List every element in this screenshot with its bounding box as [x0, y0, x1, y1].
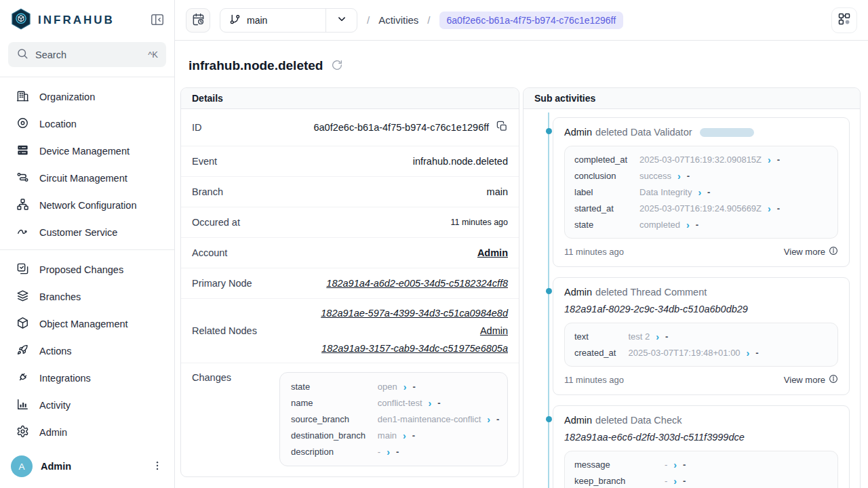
breadcrumb-separator: / — [367, 14, 370, 26]
sidebar-item-actions[interactable]: Actions — [0, 338, 174, 365]
change-old-value: - — [665, 460, 667, 470]
git-branch-icon — [229, 14, 241, 27]
change-new-value: - — [707, 187, 710, 197]
change-new-value: - — [412, 430, 415, 441]
sidebar-item-label: Integrations — [39, 373, 91, 384]
gear-icon — [16, 425, 29, 440]
related-node-link[interactable]: 182a91a9-3157-cab9-34dc-c51975e6805a — [321, 343, 508, 354]
branch-selector[interactable]: main — [220, 8, 357, 33]
change-key: created_at — [574, 348, 616, 358]
sidebar-item-customer-service[interactable]: Customer Service — [0, 219, 174, 246]
activity-changes-box: completed_at 2025-03-07T16:19:32.090815Z… — [564, 146, 838, 239]
view-more-button[interactable]: View more — [784, 246, 838, 258]
activity-changes-box: message -›- keep_branch -›- enriched_con… — [564, 451, 838, 488]
related-node-link[interactable]: Admin — [480, 325, 508, 336]
swoosh-icon — [16, 225, 29, 240]
change-old-value: completed — [639, 220, 680, 230]
kebab-icon — [151, 460, 163, 474]
change-new-value: - — [777, 155, 780, 165]
change-new-value: - — [696, 220, 698, 230]
change-arrow-icon: › — [429, 399, 432, 408]
sidebar-item-activity[interactable]: Activity — [0, 392, 174, 419]
detail-label: Account — [192, 247, 227, 258]
network-icon — [16, 198, 29, 213]
activity-node-id: 182a91aa-e6c6-d2fd-303d-c511f3999dce — [564, 432, 838, 443]
activity-actor: Admin — [564, 127, 592, 138]
branch-selector-toggle[interactable] — [326, 9, 357, 32]
detail-row-branch: Branch main — [181, 177, 519, 207]
detail-label: Related Nodes — [192, 325, 257, 336]
activity-actor: Admin — [564, 287, 592, 298]
sidebar-item-label: Circuit Management — [39, 173, 127, 184]
sidebar-item-label: Branches — [39, 291, 81, 302]
brand-name: INFRAHUB — [38, 14, 115, 27]
building-icon — [16, 89, 29, 104]
sidebar-user: A Admin — [0, 446, 174, 488]
avatar[interactable]: A — [11, 455, 33, 477]
change-old-value: Data Integrity — [639, 187, 692, 197]
sub-activity-card: Admin deleted Data Check 182a91aa-e6c6-d… — [553, 405, 850, 488]
infrahub-logo[interactable]: INFRAHUB — [9, 7, 115, 33]
copy-id-button[interactable] — [496, 121, 508, 134]
schema-graph-icon — [837, 12, 851, 28]
info-icon — [829, 246, 838, 258]
view-more-button[interactable]: View more — [784, 374, 838, 386]
page-title: infrahub.node.deleted — [189, 58, 323, 73]
server-icon — [16, 144, 29, 159]
breadcrumb-activities-link[interactable]: Activities — [378, 14, 418, 26]
sidebar-item-organization[interactable]: Organization — [0, 83, 174, 110]
sub-activities-body: Admin deleted Data Validator completed_a… — [524, 109, 860, 488]
sidebar-item-object-management[interactable]: Object Management — [0, 310, 174, 338]
schema-visualizer-button[interactable] — [831, 7, 857, 33]
change-arrow-icon: › — [673, 460, 677, 470]
sidebar-header: INFRAHUB — [0, 0, 174, 41]
user-menu-button[interactable] — [151, 460, 163, 474]
chevron-down-icon — [336, 13, 348, 28]
sidebar-item-branches[interactable]: Branches — [0, 283, 174, 310]
change-key: destination_branch — [291, 430, 366, 441]
sidebar-item-proposed-changes[interactable]: Proposed Changes — [0, 256, 174, 283]
change-arrow-icon: › — [487, 415, 490, 424]
detail-row-primary-node: Primary Node 182a91a4-a6d2-e005-34d5-c51… — [181, 268, 519, 299]
change-arrow-icon: › — [387, 447, 390, 457]
sidebar-item-circuit-management[interactable]: Circuit Management — [0, 165, 174, 192]
branch-selector-value: main — [220, 9, 326, 32]
change-new-value: - — [683, 460, 686, 470]
activity-node-id: 182a91af-8029-2c9c-34db-c510a6b0db29 — [564, 304, 838, 314]
activity-action: deleted Data Check — [595, 415, 682, 426]
breadcrumb-activity-id-badge[interactable]: 6a0f2e6c-b61a-4f75-b974-c76c1e1296ff — [439, 12, 624, 29]
account-link[interactable]: Admin — [477, 247, 508, 258]
change-arrow-icon: › — [403, 382, 407, 392]
activity-action: deleted Thread Comment — [595, 287, 707, 298]
activity-changes-box: text test 2›- created_at 2025-03-07T17:1… — [564, 323, 838, 367]
bar-chart-icon — [16, 398, 29, 413]
activity-actor: Admin — [564, 415, 592, 426]
search-input[interactable]: Search ^K — [8, 42, 166, 67]
date-picker-button[interactable] — [186, 8, 210, 33]
sidebar-collapse-button[interactable] — [150, 12, 165, 29]
refresh-button[interactable] — [331, 59, 343, 73]
change-old-value: test 2 — [628, 331, 650, 342]
info-icon — [829, 374, 838, 386]
search-placeholder: Search — [35, 49, 141, 60]
change-new-value: - — [412, 382, 415, 392]
cube-icon — [16, 317, 29, 331]
breadcrumb-separator: / — [427, 14, 430, 26]
change-old-value: - — [665, 476, 667, 486]
sidebar-item-device-management[interactable]: Device Management — [0, 138, 174, 165]
primary-node-link[interactable]: 182a91a4-a6d2-e005-34d5-c5182324cff8 — [326, 278, 508, 289]
change-new-value: - — [496, 414, 499, 424]
sub-activities-panel: Sub activities Admin deleted Data Valida… — [523, 87, 861, 488]
change-new-value: - — [683, 476, 686, 486]
sidebar-item-integrations[interactable]: Integrations — [0, 365, 174, 392]
change-arrow-icon: › — [768, 204, 771, 214]
change-old-value: success — [639, 171, 671, 181]
detail-row-event: Event infrahub.node.deleted — [181, 146, 519, 177]
sidebar-item-network-configuration[interactable]: Network Configuration — [0, 192, 174, 219]
related-node-link[interactable]: 182a91ae-597a-4399-34d3-c51ca0984e8d — [321, 308, 508, 319]
sidebar-item-admin[interactable]: Admin — [0, 419, 174, 446]
detail-row-changes: Changes state open›- name conflict-test›… — [181, 363, 519, 476]
detail-row-occured-at: Occured at 11 minutes ago — [181, 207, 519, 238]
sidebar-item-location[interactable]: Location — [0, 110, 174, 138]
app-root: INFRAHUB Search ^K — [0, 0, 868, 488]
